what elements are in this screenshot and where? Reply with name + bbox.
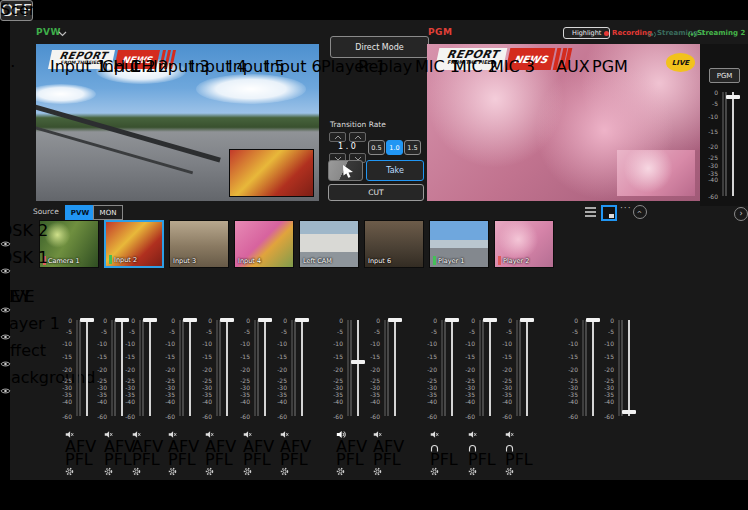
strip-mic-3-scale-label: -60 — [498, 413, 512, 420]
strip-aux-scale-label: -20 — [564, 366, 578, 373]
scene-effect-row[interactable]: Effect — [0, 341, 46, 368]
pgm-meter-fader-handle[interactable] — [726, 95, 740, 99]
direct-mode-button[interactable]: Direct Mode — [330, 36, 429, 58]
strip-input-1-gear-button[interactable] — [65, 461, 99, 480]
strip-pgm-scale-label: -10 — [600, 340, 614, 347]
collapse-panel-icon[interactable]: › — [633, 205, 647, 219]
strip-replay-fader-handle[interactable] — [388, 318, 402, 322]
rate-preset-1.0[interactable]: 1.0 — [386, 140, 403, 155]
strip-replay-scale-label: -15 — [366, 353, 380, 360]
strip-input-5-gear-button[interactable] — [243, 461, 277, 480]
strip-input-4-fader-track[interactable] — [226, 320, 228, 416]
scene-key-visibility-eye-icon[interactable] — [0, 306, 26, 314]
dsk1-label: DSK 1 — [0, 248, 48, 267]
strip-input-3-fader-track[interactable] — [189, 320, 191, 416]
strip-input-1-fader-track[interactable] — [86, 320, 88, 416]
strip-input-3-scale-label: -15 — [161, 353, 175, 360]
strip-input-5-scale-label: -25 — [236, 377, 250, 384]
single-view-icon[interactable] — [601, 205, 617, 221]
pgm-meter-scale-label: -40 — [704, 176, 718, 183]
strip-pgm-fader-handle[interactable] — [622, 410, 636, 414]
fade-transition-button[interactable] — [328, 160, 363, 181]
rate-int-up-button[interactable] — [329, 132, 346, 142]
strip-input-2-ch2-fader-track[interactable] — [149, 320, 151, 416]
strip-player-1-gear-button[interactable] — [336, 461, 370, 480]
dsk2-visibility-eye-icon[interactable] — [0, 240, 44, 248]
strip-replay-gear-button[interactable] — [373, 461, 407, 480]
pgm-label: PGM — [428, 27, 452, 37]
strip-mic-2-fader-track[interactable] — [489, 320, 491, 416]
scene-key-row[interactable]: KEY — [0, 287, 30, 314]
view-toggle-pvw[interactable]: PVW — [65, 205, 95, 220]
strip-player-1-scale-label: -25 — [329, 377, 343, 384]
source-thumb-player-1[interactable]: Player 1 — [429, 220, 489, 268]
strip-aux-fader-handle[interactable] — [586, 318, 600, 322]
scene-background-row[interactable]: Background — [0, 368, 95, 395]
strip-input-2-ch2-fader-handle[interactable] — [143, 318, 157, 322]
strip-input-6-gear-button[interactable] — [280, 461, 314, 480]
source-thumb-input-3[interactable]: Input 3 — [169, 220, 229, 268]
recording-status: Recording — [612, 29, 652, 37]
dsk1-visibility-eye-icon[interactable] — [0, 267, 44, 275]
strip-pgm-fader-track[interactable] — [628, 320, 630, 416]
source-thumb-input-2[interactable]: Input 2 — [104, 220, 164, 268]
cut-button[interactable]: CUT — [328, 184, 424, 201]
source-thumb-player-2[interactable]: Player 2 — [494, 220, 554, 268]
strip-input-6-scale-label: -25 — [273, 377, 287, 384]
strip-input-3-scale-label: -25 — [161, 377, 175, 384]
strip-input-4-scale-label: -30 — [198, 384, 212, 391]
strip-aux-fader-track[interactable] — [592, 320, 594, 416]
strip-mic-2-gear-button[interactable] — [468, 461, 502, 480]
strip-input-6-fader-track[interactable] — [301, 320, 303, 416]
scene-effect-visibility-eye-icon[interactable] — [0, 360, 42, 368]
source-more-icon[interactable]: ··· — [620, 203, 632, 213]
strip-replay-fader-track[interactable] — [394, 320, 396, 416]
strip-mic-3-fader-handle[interactable] — [520, 318, 534, 322]
rate-preset-0.5[interactable]: 0.5 — [368, 140, 385, 155]
strip-mic-1-fader-handle[interactable] — [445, 318, 459, 322]
take-button[interactable]: Take — [366, 160, 424, 181]
scene-layer-1-visibility-eye-icon[interactable] — [0, 333, 56, 341]
rate-dec-up-button[interactable] — [349, 132, 366, 142]
strip-input-3-scale-label: -10 — [161, 340, 175, 347]
pgm-meter-button[interactable]: PGM — [709, 68, 740, 83]
strip-input-4-gear-button[interactable] — [205, 461, 239, 480]
strip-input-3-gear-button[interactable] — [168, 461, 202, 480]
strip-replay-scale-label: -20 — [366, 366, 380, 373]
strip-mic-3-fader-track[interactable] — [526, 320, 528, 416]
strip-input-2-ch2-gear-button[interactable] — [132, 461, 158, 480]
strip-input-4-fader-handle[interactable] — [220, 318, 234, 322]
strip-player-1-scale-label: -10 — [329, 340, 343, 347]
pgm-meter-scale-label: -15 — [704, 128, 718, 135]
dsk1-row[interactable]: DSK 1 — [0, 248, 48, 275]
strip-input-2-ch1-gear-button[interactable] — [104, 461, 130, 480]
rate-preset-1.5[interactable]: 1.5 — [404, 140, 421, 155]
grid-view-icon[interactable] — [585, 207, 596, 217]
source-thumb-input-6[interactable]: Input 6 — [364, 220, 424, 268]
strip-input-5-fader-handle[interactable] — [258, 318, 272, 322]
strip-player-1-scale-label: -40 — [329, 398, 343, 405]
strip-input-1-fader-handle[interactable] — [80, 318, 94, 322]
strip-input-5-scale-label: -10 — [236, 340, 250, 347]
scene-layer-1-row[interactable]: Layer 1 — [0, 314, 60, 341]
dsk2-row[interactable]: DSK 2 — [0, 221, 48, 248]
strip-input-6-fader-handle[interactable] — [295, 318, 309, 322]
strip-mic-1-fader-track[interactable] — [451, 320, 453, 416]
source-thumb-input-4[interactable]: Input 4 — [234, 220, 294, 268]
source-thumb-left-cam[interactable]: Left CAM — [299, 220, 359, 268]
dsk-expand-icon[interactable]: › — [734, 207, 748, 221]
thumb-label: Input 2 — [109, 255, 137, 264]
strip-replay-scale-label: -60 — [366, 413, 380, 420]
strip-mic-1-gear-button[interactable] — [430, 461, 464, 480]
strip-mic-2-fader-handle[interactable] — [483, 318, 497, 322]
chevron-down-icon[interactable] — [58, 31, 67, 37]
strip-player-1-scale-label: -15 — [329, 353, 343, 360]
strip-input-3-fader-handle[interactable] — [183, 318, 197, 322]
view-toggle-mon[interactable]: MON — [93, 205, 123, 220]
strip-input-2-ch1-scale-label: -15 — [93, 353, 107, 360]
strip-player-1-fader-track[interactable] — [357, 320, 359, 416]
strip-mic-3-gear-button[interactable] — [505, 461, 539, 480]
strip-input-5-fader-track[interactable] — [264, 320, 266, 416]
pgm-meter-fader-track[interactable] — [732, 92, 734, 196]
strip-player-1-fader-handle[interactable] — [351, 360, 365, 364]
